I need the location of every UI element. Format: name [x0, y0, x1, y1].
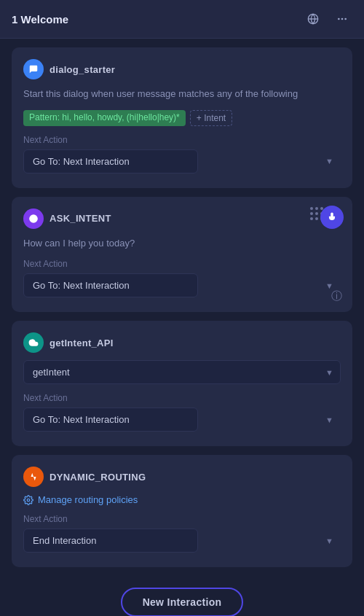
next-action-select-wrapper-1: Go To: Next Interaction End Interaction …	[23, 149, 341, 174]
globe-icon	[307, 13, 319, 25]
next-action-select-wrapper-3: Go To: Next Interaction End Interaction …	[23, 408, 341, 432]
card-title-getintent: getIntent_API	[50, 338, 114, 348]
card-header-dialog-starter: dialog_starter	[23, 59, 341, 79]
top-bar: 1 Welcome	[0, 0, 364, 39]
bottom-bar: New Interaction	[0, 576, 364, 616]
next-action-label-3: Next Action	[23, 393, 341, 403]
more-button[interactable]	[332, 9, 352, 29]
card-title-dynamic-routing: DYNAMIC_ROUTING	[50, 472, 146, 483]
chevron-down-icon-5: ▼	[325, 537, 333, 545]
next-action-label-1: Next Action	[23, 135, 341, 145]
top-bar-actions	[303, 9, 352, 29]
svg-point-4	[344, 18, 347, 20]
card-header-ask-intent: ASK_INTENT	[23, 208, 341, 229]
next-action-select-1[interactable]: Go To: Next Interaction End Interaction	[23, 149, 198, 174]
pattern-tag: Pattern: hi, hello, howdy, (hi|hello|hey…	[23, 110, 186, 126]
next-action-select-2[interactable]: Go To: Next Interaction End Interaction	[23, 273, 198, 297]
card-ask-intent: ASK_INTENT How can I help you today? Nex…	[12, 197, 352, 313]
new-interaction-button[interactable]: New Interaction	[121, 588, 244, 616]
chevron-down-icon-2: ▼	[325, 281, 333, 290]
next-action-label-4: Next Action	[23, 514, 341, 524]
card-title-ask-intent: ASK_INTENT	[50, 213, 111, 224]
avatar-ask-intent	[23, 208, 44, 229]
next-action-select-4[interactable]: End Interaction Go To: Next Interaction	[23, 529, 198, 553]
next-action-label-2: Next Action	[23, 259, 341, 269]
api-select[interactable]: getIntent	[23, 360, 341, 384]
more-icon	[336, 13, 348, 25]
chevron-down-icon-4: ▼	[325, 416, 333, 424]
globe-button[interactable]	[303, 9, 323, 29]
card-title-dialog-starter: dialog_starter	[50, 64, 115, 75]
card-header-getintent: getIntent_API	[23, 332, 341, 353]
card-desc-ask-intent: How can I help you today?	[23, 236, 341, 251]
svg-point-3	[341, 18, 344, 20]
manage-row: Manage routing policies	[23, 494, 341, 505]
avatar-getintent	[23, 332, 44, 353]
card-header-dynamic-routing: DYNAMIC_ROUTING	[23, 467, 341, 487]
chevron-down-icon-1: ▼	[325, 157, 333, 165]
main-content: dialog_starter Start this dialog when us…	[0, 39, 364, 576]
info-icon[interactable]: ⓘ	[331, 289, 342, 303]
card-dynamic-routing: DYNAMIC_ROUTING Manage routing policies …	[12, 455, 352, 567]
add-intent-button[interactable]: + Intent	[190, 110, 232, 126]
card-getintent-api: getIntent_API getIntent ▼ Next Action Go…	[12, 321, 352, 446]
next-action-select-wrapper-2: Go To: Next Interaction End Interaction …	[23, 273, 341, 297]
next-action-select-3[interactable]: Go To: Next Interaction End Interaction	[23, 408, 198, 432]
gear-icon	[23, 495, 33, 505]
card-desc-dialog-starter: Start this dialog when user message matc…	[23, 87, 341, 101]
svg-point-9	[27, 499, 30, 502]
next-action-select-wrapper-4: End Interaction Go To: Next Interaction …	[23, 529, 341, 553]
svg-point-2	[338, 18, 340, 20]
manage-routing-link[interactable]: Manage routing policies	[38, 494, 138, 505]
avatar-dynamic-routing	[23, 467, 44, 487]
page-title: 1 Welcome	[12, 13, 68, 26]
mic-icon	[327, 212, 337, 222]
mic-button[interactable]	[320, 206, 344, 229]
card-dialog-starter: dialog_starter Start this dialog when us…	[12, 47, 352, 188]
avatar-dialog-starter	[23, 59, 44, 79]
tag-row-dialog-starter: Pattern: hi, hello, howdy, (hi|hello|hey…	[23, 110, 341, 126]
api-select-wrapper: getIntent ▼	[23, 360, 341, 384]
